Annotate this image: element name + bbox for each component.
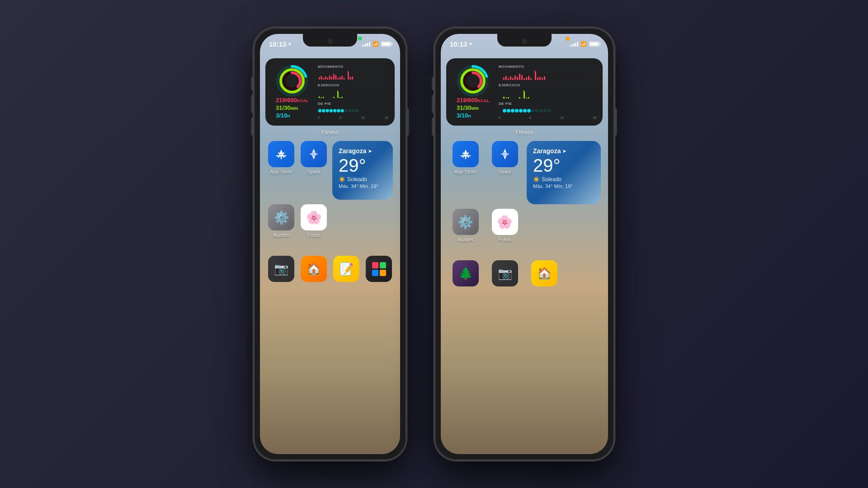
app-row1-left: A App Store	[265, 141, 395, 200]
svg-rect-70	[535, 71, 536, 80]
photos-flower-icon-right: 🌸	[497, 215, 513, 230]
photos-icon-right: 🌸	[492, 209, 518, 235]
svg-point-85	[503, 109, 506, 113]
vol-down-left	[251, 117, 253, 136]
chart-stand-svg-right	[499, 106, 596, 115]
chart-stand-svg-left	[318, 106, 388, 115]
spark-left[interactable]: Spark	[300, 141, 328, 200]
multi-left[interactable]	[365, 256, 393, 282]
svg-rect-23	[347, 70, 348, 72]
svg-point-87	[511, 109, 514, 113]
svg-point-93	[535, 109, 539, 113]
home-right[interactable]: 📷	[487, 260, 522, 286]
status-icons-right: 📶	[570, 41, 599, 47]
silent-right	[432, 77, 434, 90]
settings-label-right: Ajustes	[457, 237, 473, 242]
svg-rect-7	[319, 77, 320, 80]
chart-move-left: MOVIMIENTO	[318, 65, 388, 80]
chart-axis-right: 0 6 12 18	[499, 116, 596, 119]
indicator-dot-right	[566, 37, 570, 41]
weather-condition-left: ☀️ Soleado	[339, 176, 387, 183]
svg-rect-66	[524, 78, 525, 80]
svg-rect-11	[327, 77, 328, 80]
svg-rect-62	[514, 75, 516, 80]
svg-point-96	[547, 109, 551, 113]
app-row2-left: ⚙️ Ajustes 🌸 Fotos	[265, 204, 395, 238]
chart-move-svg-right	[499, 69, 596, 80]
time-left: 10:13 ➤	[269, 40, 292, 48]
svg-rect-84	[524, 90, 524, 92]
svg-point-95	[543, 109, 547, 113]
battery-right	[589, 42, 599, 47]
svg-point-91	[527, 109, 531, 113]
svg-rect-8	[321, 76, 322, 80]
svg-rect-81	[524, 91, 525, 99]
stat-exercise-right: 31/30MIN	[457, 104, 489, 111]
settings-left[interactable]: ⚙️ Ajustes	[267, 204, 295, 238]
chart-exercise-right: EJERCICIO	[499, 83, 596, 99]
svg-point-38	[337, 109, 340, 112]
weather-minmax-left: Máx. 34° Mín. 19°	[339, 183, 387, 189]
svg-rect-82	[526, 98, 527, 99]
weather-temp-right: 29°	[533, 156, 594, 174]
app-store-svg-left: A	[273, 146, 289, 162]
svg-rect-58	[505, 76, 507, 80]
svg-rect-79	[508, 97, 509, 99]
svg-rect-60	[510, 76, 511, 80]
spark-label-right: Spark	[498, 169, 511, 174]
svg-rect-28	[333, 97, 335, 98]
camera-right[interactable]: 🌲	[448, 260, 483, 286]
notch-right	[497, 34, 552, 47]
fitness-widget-right[interactable]: 219/600KCAL 31/30MIN 3/10H MOVI	[446, 58, 603, 126]
camera-left[interactable]: 📷	[267, 256, 295, 282]
spark-right[interactable]: Spark	[487, 141, 522, 204]
svg-rect-61	[512, 78, 514, 80]
weather-minmax-right: Máx. 34° Mín. 19°	[533, 183, 594, 189]
svg-rect-78	[505, 98, 507, 99]
svg-point-37	[333, 109, 336, 112]
right-phone: 10:13 ➤ 📶	[434, 27, 615, 461]
side-button-left	[407, 108, 409, 136]
svg-rect-80	[519, 97, 520, 99]
svg-point-89	[519, 109, 523, 113]
weather-condition-right: ☀️ Soleado	[533, 176, 594, 183]
battery-left	[381, 42, 391, 47]
fitness-widget-left[interactable]: 219/600KCAL 31/30MIN 3/10H	[265, 58, 395, 126]
svg-rect-27	[323, 97, 324, 98]
svg-rect-65	[521, 75, 523, 80]
app-store-label-left: App Store	[270, 169, 292, 174]
left-phone: 10:13 ➤ 📶	[253, 27, 407, 461]
settings-label-left: Ajustes	[273, 232, 289, 238]
svg-point-43	[356, 109, 359, 112]
photos-flower-icon-left: 🌸	[306, 210, 322, 225]
svg-rect-68	[528, 76, 529, 80]
app-store-right[interactable]: A App Store	[448, 141, 483, 204]
notes-left[interactable]: 📝	[332, 256, 360, 282]
fitness-rings-right: 219/600KCAL 31/30MIN 3/10H	[453, 65, 493, 119]
photos-left[interactable]: 🌸 Fotos	[300, 204, 328, 238]
weather-widget-right[interactable]: Zaragoza ➤ 29° ☀️ Soleado Máx. 34° Mín. …	[527, 141, 601, 204]
home-icon-left: 🏠	[301, 256, 327, 282]
spark-label-left: Spark	[307, 169, 321, 174]
svg-rect-72	[539, 77, 541, 80]
app-store-left[interactable]: A App Store	[267, 141, 295, 200]
home-left[interactable]: 🏠	[300, 256, 328, 282]
svg-point-41	[348, 109, 351, 112]
svg-point-90	[523, 109, 527, 113]
status-icons-left: 📶	[362, 41, 391, 47]
svg-point-33	[318, 109, 321, 112]
svg-rect-18	[341, 76, 343, 80]
photos-right[interactable]: 🌸 Fotos	[487, 209, 522, 242]
settings-right[interactable]: ⚙️ Ajustes	[448, 209, 483, 242]
svg-point-35	[326, 109, 329, 112]
fitness-stats-left: 219/600KCAL 31/30MIN 3/10H	[276, 97, 308, 119]
app-store-svg-right: A	[458, 146, 474, 162]
weather-widget-left[interactable]: Zaragoza ➤ 29° ☀️ Soleado Máx. 34° Mín. …	[332, 141, 393, 200]
svg-point-88	[515, 109, 519, 113]
notes-right[interactable]: 🏠	[527, 260, 561, 286]
camera-icon-left: 📷	[268, 256, 294, 282]
svg-point-34	[322, 109, 325, 112]
notes-icon-left: 📝	[333, 256, 359, 282]
svg-rect-75	[534, 70, 535, 72]
vol-down-right	[432, 117, 434, 136]
